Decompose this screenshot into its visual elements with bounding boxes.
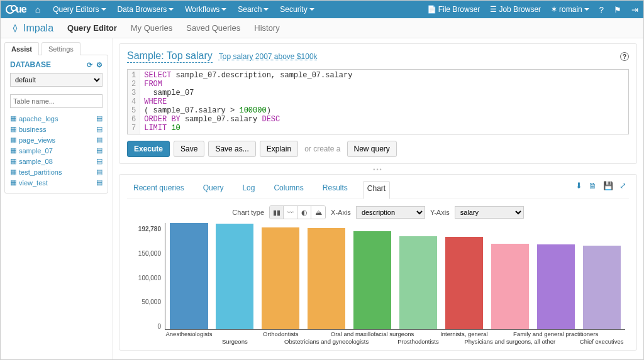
chart-type-map[interactable]: ⛰ xyxy=(311,206,325,219)
result-tab-chart[interactable]: Chart xyxy=(363,181,390,199)
chart-type-pie[interactable]: ◐ xyxy=(297,206,311,219)
bar-rect xyxy=(170,223,208,329)
bar-label: Obstetricians and gynecologists xyxy=(284,337,369,345)
bar-6[interactable]: Internists, general xyxy=(443,223,485,329)
database-header: DATABASE ⟳ ⚙ xyxy=(10,60,103,69)
sub-nav: Impala Query EditorMy QueriesSaved Queri… xyxy=(1,18,643,38)
save-as-button[interactable]: Save as... xyxy=(208,141,255,157)
explain-button[interactable]: Explain xyxy=(260,141,298,157)
assist-body: DATABASE ⟳ ⚙ default ▦apache_logs▤▦busin… xyxy=(4,55,108,194)
bar-2[interactable]: Orthodontists xyxy=(260,223,302,329)
bar-rect xyxy=(353,231,391,329)
result-tab-log[interactable]: Log xyxy=(238,181,258,195)
query-title[interactable]: Sample: Top salary xyxy=(127,50,213,63)
table-filter-input[interactable] xyxy=(10,94,103,108)
expand-icon[interactable]: ⤢ xyxy=(619,181,626,195)
gear-icon[interactable]: ⚙ xyxy=(96,61,103,69)
table-columns-icon[interactable]: ▤ xyxy=(96,114,103,123)
query-header: Sample: Top salary Top salary 2007 above… xyxy=(127,50,629,63)
result-tabs: Recent queriesQueryLogColumnsResultsChar… xyxy=(127,181,629,199)
table-business[interactable]: ▦business▤ xyxy=(10,124,103,134)
top-nav-right: 📄 File Browser ☰ Job Browser ✶ romain ? … xyxy=(427,5,638,14)
bar-rect xyxy=(399,236,437,329)
table-columns-icon[interactable]: ▤ xyxy=(96,168,103,176)
table-page_views[interactable]: ▦page_views▤ xyxy=(10,134,103,145)
bar-5[interactable]: Prosthodontists xyxy=(397,223,440,329)
yaxis-select[interactable]: salary xyxy=(455,206,524,219)
help-icon[interactable]: ? xyxy=(599,5,604,14)
file-browser-link[interactable]: 📄 File Browser xyxy=(427,5,480,14)
download-csv-icon[interactable]: ⬇ xyxy=(575,181,582,195)
tab-query-editor[interactable]: Query Editor xyxy=(67,23,117,33)
chart-type-bar[interactable]: ▮▮ xyxy=(270,206,284,219)
table-test_partitions[interactable]: ▦test_partitions▤ xyxy=(10,166,103,177)
nav-workflows[interactable]: Workflows xyxy=(185,5,226,14)
table-columns-icon[interactable]: ▤ xyxy=(96,178,103,187)
table-sample_07[interactable]: ▦sample_07▤ xyxy=(10,145,103,156)
tab-history[interactable]: History xyxy=(254,23,279,33)
sql-editor[interactable]: 1234567 SELECT sample_07.description, sa… xyxy=(127,69,629,134)
table-list: ▦apache_logs▤▦business▤▦page_views▤▦samp… xyxy=(10,113,103,188)
download-xls-icon[interactable]: 🗎 xyxy=(589,181,597,195)
bar-rect xyxy=(583,246,621,329)
table-columns-icon[interactable]: ▤ xyxy=(96,146,103,155)
home-icon[interactable]: ⌂ xyxy=(35,4,40,14)
tab-saved-queries[interactable]: Saved Queries xyxy=(186,23,240,33)
query-help-icon[interactable]: ? xyxy=(620,52,629,61)
bar-8[interactable]: Family and general practitioners xyxy=(535,223,577,329)
database-select[interactable]: default xyxy=(10,73,103,87)
chart-plot: AnesthesiologistsSurgeonsOrthodontistsOb… xyxy=(165,223,625,330)
bar-rect xyxy=(308,228,345,329)
bar-label: Prosthodontists xyxy=(397,337,438,345)
table-columns-icon[interactable]: ▤ xyxy=(96,125,103,133)
bar-7[interactable]: Physicians and surgeons, all other xyxy=(489,223,531,329)
refresh-icon[interactable]: ⟳ xyxy=(87,61,92,69)
user-menu[interactable]: ✶ romain xyxy=(551,5,589,14)
nav-security[interactable]: Security xyxy=(280,5,314,14)
nav-query-editors[interactable]: Query Editors xyxy=(53,5,106,14)
results-card: Recent queriesQueryLogColumnsResultsChar… xyxy=(119,174,637,351)
table-apache_logs[interactable]: ▦apache_logs▤ xyxy=(10,113,103,124)
chart-type-line[interactable]: 〰 xyxy=(284,206,297,219)
execute-button[interactable]: Execute xyxy=(127,141,170,157)
bar-4[interactable]: Oral and maxillofacial surgeons xyxy=(352,223,394,329)
xaxis-select[interactable]: description xyxy=(356,206,425,219)
tab-my-queries[interactable]: My Queries xyxy=(131,23,172,33)
editor-code[interactable]: SELECT sample_07.description, sample_07.… xyxy=(140,70,628,134)
bar-rect xyxy=(216,224,253,329)
save-results-icon[interactable]: 💾 xyxy=(603,181,613,195)
bar-1[interactable]: Surgeons xyxy=(214,223,256,329)
query-card: Sample: Top salary Top salary 2007 above… xyxy=(119,43,637,164)
result-tab-results[interactable]: Results xyxy=(319,181,352,195)
main-area: AssistSettings DATABASE ⟳ ⚙ default ▦apa… xyxy=(1,38,643,359)
result-tab-query[interactable]: Query xyxy=(199,181,228,195)
save-button[interactable]: Save xyxy=(174,141,204,157)
nav-data-browsers[interactable]: Data Browsers xyxy=(118,5,174,14)
result-tools: ⬇ 🗎 💾 ⤢ xyxy=(575,181,626,195)
drag-handle[interactable]: ••• xyxy=(119,166,637,173)
result-tab-columns[interactable]: Columns xyxy=(270,181,307,195)
bar-0[interactable]: Anesthesiologists xyxy=(168,223,210,329)
bar-label: Physicians and surgeons, all other xyxy=(464,337,555,345)
or-text: or create a xyxy=(304,145,340,153)
table-view_test[interactable]: ▦view_test▤ xyxy=(10,177,103,188)
bar-9[interactable]: Chief executives xyxy=(580,223,623,329)
impala-brand: Impala xyxy=(11,23,53,34)
result-tab-recent-queries[interactable]: Recent queries xyxy=(130,181,188,195)
y-tick: 0 xyxy=(157,323,161,330)
nav-search[interactable]: Search xyxy=(238,5,269,14)
job-browser-link[interactable]: ☰ Job Browser xyxy=(490,5,541,14)
flag-icon[interactable]: ⚑ xyxy=(614,5,621,14)
assist-tab-settings[interactable]: Settings xyxy=(42,42,80,55)
query-subtitle[interactable]: Top salary 2007 above $100k xyxy=(219,52,318,61)
bar-3[interactable]: Obstetricians and gynecologists xyxy=(306,223,348,329)
table-columns-icon[interactable]: ▤ xyxy=(96,157,103,165)
y-tick: 192,780 xyxy=(138,226,161,232)
assist-tab-assist[interactable]: Assist xyxy=(4,42,39,55)
table-sample_08[interactable]: ▦sample_08▤ xyxy=(10,156,103,166)
table-columns-icon[interactable]: ▤ xyxy=(96,136,103,144)
new-query-button[interactable]: New query xyxy=(347,141,397,157)
logout-icon[interactable]: ⇥ xyxy=(631,5,638,14)
table-icon: ▦ xyxy=(10,136,16,144)
top-nav: ue ⌂ Query Editors Data Browsers Workflo… xyxy=(1,1,643,18)
